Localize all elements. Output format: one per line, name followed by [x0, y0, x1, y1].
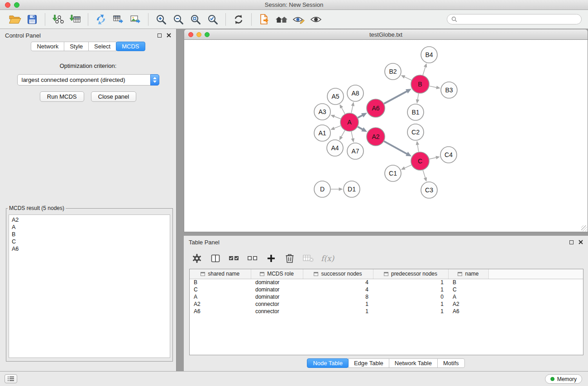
export-network-button[interactable] — [92, 12, 110, 27]
graph-edge[interactable] — [401, 165, 411, 170]
graph-node-B[interactable]: B — [411, 75, 429, 93]
import-network-button[interactable] — [49, 12, 67, 27]
graph-node-A4[interactable]: A4 — [327, 140, 343, 156]
zoom-fit-button[interactable] — [187, 12, 204, 27]
welcome-screen-button[interactable] — [273, 12, 290, 27]
column-header[interactable]: name — [448, 269, 488, 279]
graph-edge[interactable] — [416, 94, 420, 104]
apply-layout-button[interactable] — [230, 12, 247, 27]
column-header[interactable]: shared name — [190, 269, 251, 279]
graph-node-C1[interactable]: C1 — [385, 165, 401, 181]
graph-node-B3[interactable]: B3 — [441, 82, 457, 98]
graph-node-C2[interactable]: C2 — [407, 124, 424, 140]
graph-node-A6[interactable]: A6 — [367, 99, 385, 117]
node-table-container[interactable]: shared nameMCDS rolesuccessor nodesprede… — [189, 269, 583, 355]
run-mcds-button[interactable]: Run MCDS — [40, 91, 84, 102]
mcds-result-item[interactable]: A — [12, 224, 167, 231]
close-panel-icon[interactable] — [167, 33, 171, 38]
search-field[interactable] — [447, 14, 582, 24]
network-graph[interactable]: AA1A2A3A4A5A6A7A8BB1B2B3B4CC1C2C3C4DD1 — [184, 40, 588, 232]
graph-node-B4[interactable]: B4 — [421, 47, 437, 63]
graph-edge[interactable] — [351, 102, 354, 113]
table-row[interactable]: A2connector11A2 — [190, 300, 583, 308]
export-image-button[interactable] — [127, 12, 144, 27]
table-mode-button[interactable] — [189, 251, 205, 266]
float-panel-icon[interactable] — [158, 33, 162, 38]
memory-button[interactable]: Memory — [545, 374, 582, 384]
close-table-panel-icon[interactable] — [578, 240, 583, 244]
graph-node-A2[interactable]: A2 — [367, 128, 385, 146]
show-columns-button[interactable] — [208, 251, 223, 266]
graph-node-C[interactable]: C — [411, 152, 429, 170]
graph-node-C3[interactable]: C3 — [421, 182, 437, 198]
tab-edge-table[interactable]: Edge Table — [348, 358, 389, 368]
column-header[interactable]: predecessor nodes — [373, 269, 448, 279]
mcds-result-item[interactable]: B — [12, 231, 167, 238]
table-row[interactable]: Cdominator41C — [190, 286, 583, 293]
mcds-result-item[interactable]: A6 — [12, 245, 167, 253]
mcds-result-list[interactable]: A2ABCA6 — [9, 214, 170, 358]
open-session-button[interactable] — [6, 12, 24, 27]
mcds-result-item[interactable]: A2 — [12, 216, 167, 224]
column-header[interactable]: successor nodes — [303, 269, 373, 279]
tab-select[interactable]: Select — [88, 42, 116, 51]
optimization-criterion-dropdown[interactable]: largest connected component (directed) — [17, 74, 159, 86]
graph-edge[interactable] — [384, 89, 411, 104]
tab-mcds[interactable]: MCDS — [116, 42, 145, 51]
tab-node-table[interactable]: Node Table — [307, 358, 349, 368]
import-table-button[interactable] — [67, 12, 84, 27]
tab-motifs[interactable]: Motifs — [437, 358, 465, 368]
graph-node-A3[interactable]: A3 — [314, 104, 330, 120]
graph-node-A[interactable]: A — [340, 113, 359, 131]
graph-edge[interactable] — [416, 141, 420, 152]
graph-edge[interactable] — [430, 86, 440, 89]
graph-edge[interactable] — [358, 113, 368, 118]
graph-edge[interactable] — [339, 104, 345, 114]
tab-style[interactable]: Style — [64, 42, 89, 51]
save-session-button[interactable] — [24, 12, 41, 27]
add-column-button[interactable] — [263, 251, 279, 266]
task-history-button[interactable] — [5, 374, 17, 383]
graph-edge[interactable] — [331, 187, 343, 191]
graph-edge[interactable] — [384, 141, 411, 156]
graph-edge[interactable] — [358, 127, 367, 132]
graph-edge[interactable] — [339, 130, 345, 140]
zoom-out-button[interactable] — [170, 12, 187, 27]
zoom-in-button[interactable] — [153, 12, 170, 27]
export-report-button[interactable] — [256, 12, 273, 27]
graph-edge[interactable] — [423, 170, 427, 181]
graph-node-A7[interactable]: A7 — [347, 143, 363, 159]
select-all-button[interactable] — [226, 251, 242, 266]
graph-node-A5[interactable]: A5 — [327, 88, 344, 105]
close-panel-button[interactable]: Close panel — [91, 91, 137, 102]
graph-edge[interactable] — [330, 126, 340, 130]
column-header[interactable]: MCDS role — [251, 269, 303, 279]
graph-node-C4[interactable]: C4 — [440, 147, 457, 163]
graph-node-D[interactable]: D — [314, 181, 330, 197]
show-hide-button[interactable] — [307, 12, 325, 27]
tab-network[interactable]: Network — [31, 42, 64, 51]
export-table-button[interactable] — [110, 12, 127, 27]
resize-handle[interactable] — [581, 225, 587, 231]
table-row[interactable]: A6connector11A6 — [190, 308, 583, 315]
graph-node-A1[interactable]: A1 — [314, 125, 330, 141]
table-row[interactable]: Bdominator41B — [190, 279, 583, 286]
search-input[interactable] — [460, 16, 577, 23]
graph-node-B2[interactable]: B2 — [385, 63, 401, 80]
graph-edge[interactable] — [351, 132, 354, 143]
toggle-graphics-details-button[interactable] — [290, 12, 307, 27]
network-window-titlebar[interactable]: testGlobe.txt — [184, 29, 588, 40]
tab-network-table[interactable]: Network Table — [389, 358, 438, 368]
zoom-selected-button[interactable] — [204, 12, 221, 27]
table-row[interactable]: Adominator80A — [190, 293, 583, 300]
graph-node-B1[interactable]: B1 — [407, 104, 424, 120]
delete-column-button[interactable] — [282, 251, 297, 266]
graph-edge[interactable] — [429, 156, 440, 159]
graph-edge[interactable] — [401, 75, 411, 80]
network-canvas[interactable]: AA1A2A3A4A5A6A7A8BB1B2B3B4CC1C2C3C4DD1 — [184, 40, 588, 232]
mcds-result-item[interactable]: C — [12, 238, 167, 245]
float-table-panel-icon[interactable] — [569, 240, 574, 244]
deselect-all-button[interactable] — [245, 251, 260, 266]
graph-node-A8[interactable]: A8 — [347, 85, 363, 101]
graph-edge[interactable] — [423, 63, 427, 75]
